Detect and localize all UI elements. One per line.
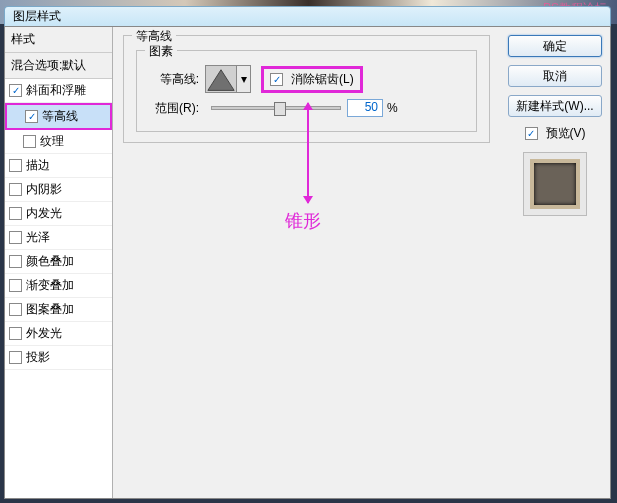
style-checkbox[interactable] bbox=[9, 279, 22, 292]
style-checkbox[interactable] bbox=[9, 84, 22, 97]
preview-swatch-inner bbox=[530, 159, 580, 209]
range-slider[interactable] bbox=[211, 106, 341, 110]
annotation-text: 锥形 bbox=[285, 209, 321, 233]
dialog-title: 图层样式 bbox=[13, 9, 61, 23]
style-item-7[interactable]: 颜色叠加 bbox=[5, 250, 112, 274]
style-checkbox[interactable] bbox=[23, 135, 36, 148]
range-label: 范围(R): bbox=[147, 100, 199, 117]
style-checkbox[interactable] bbox=[9, 255, 22, 268]
new-style-button[interactable]: 新建样式(W)... bbox=[508, 95, 602, 117]
style-item-label: 图案叠加 bbox=[26, 301, 74, 318]
style-checkbox[interactable] bbox=[9, 231, 22, 244]
titlebar: 图层样式 bbox=[4, 6, 611, 26]
antialias-label: 消除锯齿(L) bbox=[291, 71, 354, 88]
contour-picker[interactable] bbox=[205, 65, 237, 93]
annotation-arrow bbox=[307, 103, 309, 203]
style-checkbox[interactable] bbox=[25, 110, 38, 123]
style-checkbox[interactable] bbox=[9, 351, 22, 364]
style-item-label: 投影 bbox=[26, 349, 50, 366]
preview-checkbox[interactable] bbox=[525, 127, 538, 140]
center-panel: 等高线 图素 等高线: ▾ 消除锯齿(L) bbox=[113, 27, 500, 498]
style-item-label: 等高线 bbox=[42, 108, 78, 125]
style-checkbox[interactable] bbox=[9, 303, 22, 316]
style-item-1[interactable]: 等高线 bbox=[5, 103, 112, 130]
style-item-label: 光泽 bbox=[26, 229, 50, 246]
elements-legend: 图素 bbox=[145, 43, 177, 60]
contour-dropdown-button[interactable]: ▾ bbox=[237, 65, 251, 93]
style-item-11[interactable]: 投影 bbox=[5, 346, 112, 370]
blend-options-default[interactable]: 混合选项:默认 bbox=[5, 53, 112, 79]
ok-button[interactable]: 确定 bbox=[508, 35, 602, 57]
style-item-8[interactable]: 渐变叠加 bbox=[5, 274, 112, 298]
style-item-2[interactable]: 纹理 bbox=[5, 130, 112, 154]
style-checkbox[interactable] bbox=[9, 183, 22, 196]
range-slider-thumb[interactable] bbox=[274, 102, 286, 116]
style-item-label: 内阴影 bbox=[26, 181, 62, 198]
style-item-6[interactable]: 光泽 bbox=[5, 226, 112, 250]
chevron-down-icon: ▾ bbox=[241, 72, 247, 86]
antialias-checkbox[interactable] bbox=[270, 73, 283, 86]
styles-header[interactable]: 样式 bbox=[5, 27, 112, 53]
preview-label: 预览(V) bbox=[546, 125, 586, 142]
range-unit: % bbox=[387, 101, 398, 115]
preview-swatch bbox=[523, 152, 587, 216]
style-item-label: 斜面和浮雕 bbox=[26, 82, 86, 99]
antialias-highlight: 消除锯齿(L) bbox=[261, 66, 363, 93]
style-item-4[interactable]: 内阴影 bbox=[5, 178, 112, 202]
style-checkbox[interactable] bbox=[9, 327, 22, 340]
style-item-label: 内发光 bbox=[26, 205, 62, 222]
style-item-label: 颜色叠加 bbox=[26, 253, 74, 270]
style-item-label: 纹理 bbox=[40, 133, 64, 150]
style-item-5[interactable]: 内发光 bbox=[5, 202, 112, 226]
layer-style-dialog: 样式 混合选项:默认 斜面和浮雕等高线纹理描边内阴影内发光光泽颜色叠加渐变叠加图… bbox=[4, 26, 611, 499]
style-item-label: 描边 bbox=[26, 157, 50, 174]
right-panel: 确定 取消 新建样式(W)... 预览(V) bbox=[500, 27, 610, 498]
style-item-label: 渐变叠加 bbox=[26, 277, 74, 294]
contour-label: 等高线: bbox=[147, 71, 199, 88]
cancel-button[interactable]: 取消 bbox=[508, 65, 602, 87]
preview-row: 预览(V) bbox=[508, 125, 602, 142]
style-item-10[interactable]: 外发光 bbox=[5, 322, 112, 346]
style-checkbox[interactable] bbox=[9, 207, 22, 220]
contour-row: 等高线: ▾ 消除锯齿(L) bbox=[147, 65, 466, 93]
range-input[interactable]: 50 bbox=[347, 99, 383, 117]
style-checkbox[interactable] bbox=[9, 159, 22, 172]
style-item-0[interactable]: 斜面和浮雕 bbox=[5, 79, 112, 103]
styles-panel: 样式 混合选项:默认 斜面和浮雕等高线纹理描边内阴影内发光光泽颜色叠加渐变叠加图… bbox=[5, 27, 113, 498]
style-item-3[interactable]: 描边 bbox=[5, 154, 112, 178]
style-item-9[interactable]: 图案叠加 bbox=[5, 298, 112, 322]
style-item-label: 外发光 bbox=[26, 325, 62, 342]
